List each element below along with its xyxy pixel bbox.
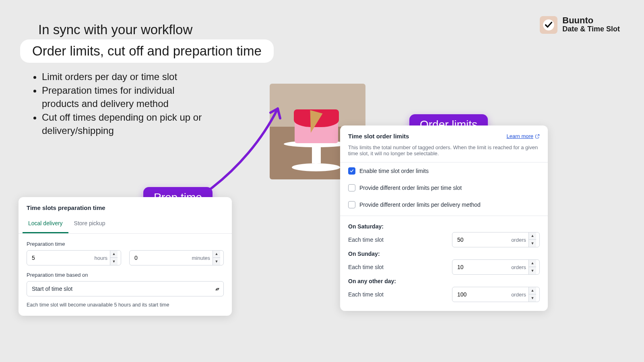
checkbox-per-timeslot[interactable]	[348, 184, 355, 191]
bullet-item: Limit orders per day or time slot	[42, 70, 209, 83]
prep-time-label: Preparation time	[27, 241, 224, 247]
prep-card-title: Time slots preparation time	[19, 197, 232, 215]
based-on-value: Start of time slot	[32, 286, 72, 292]
minutes-step-up[interactable]: ▲	[213, 251, 220, 258]
prep-tabs: Local delivery Store pickup	[19, 215, 232, 234]
checkbox-label: Enable time slot order limits	[359, 168, 429, 174]
saturday-limit-field[interactable]: orders ▲▼	[452, 232, 540, 247]
hours-step-down[interactable]: ▼	[110, 258, 118, 265]
learn-more-link[interactable]: Learn more	[507, 133, 540, 139]
tab-store-pickup[interactable]: Store pickup	[68, 215, 111, 233]
day-heading: On Saturday:	[348, 223, 540, 230]
prep-time-card: Time slots preparation time Local delive…	[19, 197, 232, 316]
brand-name: Buunto	[562, 16, 620, 25]
day-heading: On any other day:	[348, 278, 540, 284]
select-chevron-icon: ▴▾	[215, 286, 219, 292]
checkbox-label: Provide different order limits per time …	[359, 185, 462, 191]
prep-minutes-field[interactable]: minutes ▲ ▼	[129, 250, 224, 265]
step-up[interactable]: ▲	[529, 260, 536, 267]
slot-row-label: Each time slot	[348, 237, 384, 243]
minutes-unit: minutes	[192, 255, 210, 261]
limits-description: This limits the total number of tagged o…	[340, 142, 548, 162]
step-down[interactable]: ▼	[529, 240, 536, 247]
brand-logo-icon	[540, 16, 557, 34]
step-down[interactable]: ▼	[529, 267, 536, 274]
orders-unit: orders	[511, 264, 526, 270]
minutes-step-down[interactable]: ▼	[213, 258, 220, 265]
step-up[interactable]: ▲	[529, 232, 536, 240]
prep-hint: Each time slot will become unavailable 5…	[27, 302, 224, 308]
brand-tagline: Date & Time Slot	[562, 25, 620, 34]
slot-row-label: Each time slot	[348, 291, 384, 298]
page-heading: In sync with your workflow	[38, 22, 192, 37]
checkbox-per-delivery-method[interactable]	[348, 201, 355, 208]
prep-minutes-input[interactable]	[134, 255, 192, 261]
step-down[interactable]: ▼	[529, 294, 536, 302]
day-heading: On Sunday:	[348, 251, 540, 257]
bullet-item: Preparation times for individual product…	[42, 84, 209, 110]
prep-hours-field[interactable]: hours ▲ ▼	[27, 250, 121, 265]
bullet-item: Cut off times depending on pick up or de…	[42, 111, 209, 137]
hours-unit: hours	[94, 255, 107, 261]
limits-card-title: Time slot order limits	[348, 133, 409, 140]
slot-row-label: Each time slot	[348, 264, 384, 270]
orders-unit: orders	[511, 237, 526, 243]
based-on-label: Preparation time based on	[27, 272, 224, 278]
brand-block: Buunto Date & Time Slot	[540, 16, 620, 34]
page-subheading: Order limits, cut off and prepartion tim…	[20, 39, 274, 63]
sunday-limit-input[interactable]	[457, 264, 511, 270]
prep-hours-input[interactable]	[32, 255, 94, 261]
hours-step-up[interactable]: ▲	[110, 251, 118, 258]
tab-local-delivery[interactable]: Local delivery	[23, 215, 68, 233]
based-on-select[interactable]: Start of time slot ▴▾	[27, 281, 224, 296]
order-limits-card: Time slot order limits Learn more This l…	[340, 125, 548, 311]
otherday-limit-field[interactable]: orders ▲▼	[452, 287, 540, 302]
checkbox-enable-limits[interactable]	[348, 167, 355, 175]
orders-unit: orders	[511, 292, 526, 298]
checkbox-label: Provide different order limits per deliv…	[359, 202, 481, 208]
external-link-icon	[535, 134, 540, 139]
step-up[interactable]: ▲	[529, 287, 536, 294]
otherday-limit-input[interactable]	[457, 291, 511, 298]
saturday-limit-input[interactable]	[457, 237, 511, 243]
feature-bullets: Limit orders per day or time slot Prepar…	[32, 70, 209, 138]
sunday-limit-field[interactable]: orders ▲▼	[452, 259, 540, 275]
